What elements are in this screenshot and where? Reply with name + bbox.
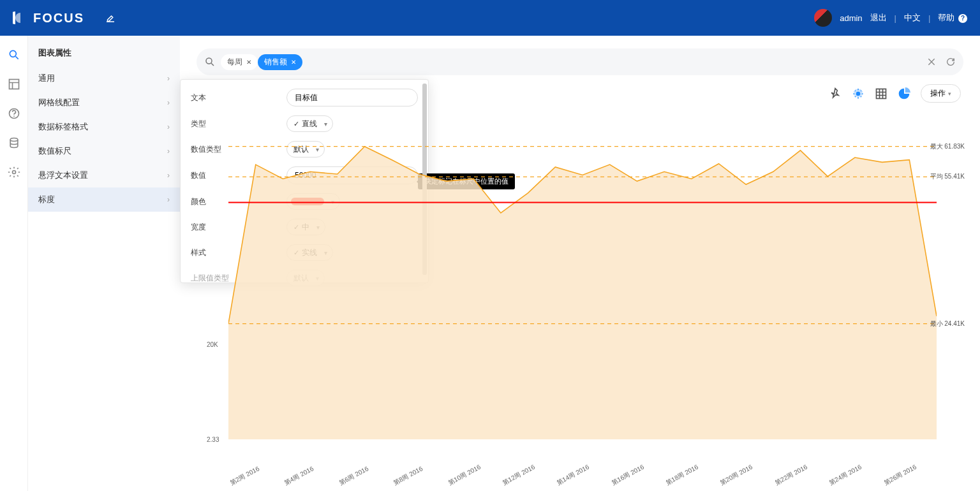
sidepanel-item-label: 数值标尺 xyxy=(38,145,71,157)
chevron-right-icon: › xyxy=(167,98,170,107)
markline-label: 平均 55.41K xyxy=(930,172,965,181)
x-tick: 第2周 2016 xyxy=(228,464,261,487)
sidepanel-item[interactable]: 通用› xyxy=(28,66,180,91)
table-icon[interactable] xyxy=(875,87,887,100)
chevron-down-icon: ▾ xyxy=(948,91,951,97)
field-label: 文本 xyxy=(191,92,280,103)
close-icon[interactable]: ✕ xyxy=(246,59,251,66)
chevron-right-icon: › xyxy=(167,74,170,83)
chevron-right-icon: › xyxy=(167,195,170,204)
database-icon[interactable] xyxy=(8,136,20,149)
chevron-right-icon: › xyxy=(167,122,170,131)
svg-point-4 xyxy=(10,138,18,142)
help-link[interactable]: 帮助 ? xyxy=(938,12,967,24)
chevron-right-icon: › xyxy=(167,171,170,180)
x-tick: 第24周 2016 xyxy=(828,463,863,488)
x-tick: 第22周 2016 xyxy=(773,463,809,488)
x-tick: 第10周 2016 xyxy=(447,463,482,488)
action-button[interactable]: 操作▾ xyxy=(921,84,961,103)
search-bar[interactable]: 每周✕销售额✕ xyxy=(197,48,963,75)
brand-text: FOCUS xyxy=(33,11,84,26)
sidepanel-item-label: 数据标签格式 xyxy=(38,121,88,133)
close-icon[interactable] xyxy=(926,57,937,67)
search-chip[interactable]: 每周✕ xyxy=(221,54,258,70)
y-tick: 20K xyxy=(207,341,218,348)
panel-title: 图表属性 xyxy=(28,36,180,66)
svg-rect-1 xyxy=(9,80,19,89)
chart: 20K2.33最大 61.83K平均 55.41K最小 24.41K第2周 20… xyxy=(197,108,963,491)
search-icon[interactable] xyxy=(8,48,20,61)
y-tick: 2.33 xyxy=(207,436,219,443)
sidepanel-item[interactable]: 网格线配置› xyxy=(28,91,180,115)
sidepanel-item[interactable]: 数值标尺› xyxy=(28,139,180,163)
search-icon xyxy=(204,56,216,68)
help-badge-icon: ? xyxy=(958,14,967,23)
chart-svg xyxy=(228,108,937,439)
pin-icon[interactable] xyxy=(829,87,842,100)
lang-link[interactable]: 中文 xyxy=(904,12,921,24)
x-tick: 第12周 2016 xyxy=(501,463,537,488)
edit-icon[interactable] xyxy=(105,12,116,24)
x-tick: 第20周 2016 xyxy=(718,463,754,488)
svg-point-5 xyxy=(12,171,15,174)
svg-point-0 xyxy=(10,50,16,57)
close-icon[interactable]: ✕ xyxy=(291,59,296,66)
x-tick: 第26周 2016 xyxy=(882,463,918,488)
help-icon[interactable] xyxy=(8,107,20,120)
sidepanel-item-label: 通用 xyxy=(38,73,55,84)
text-input[interactable] xyxy=(286,89,418,106)
username: admin xyxy=(840,13,862,23)
gear-icon[interactable] xyxy=(8,166,20,179)
markline-label: 最小 24.41K xyxy=(930,319,965,328)
x-tick: 第14周 2016 xyxy=(555,463,591,488)
logout-link[interactable]: 退出 xyxy=(870,12,887,24)
x-tick: 第4周 2016 xyxy=(283,464,315,487)
side-panel: 图表属性 通用›网格线配置›数据标签格式›数值标尺›悬浮文本设置›标度› xyxy=(28,36,180,491)
avatar[interactable] xyxy=(814,9,832,27)
sidepanel-item-label: 网格线配置 xyxy=(38,97,80,108)
separator: | xyxy=(928,13,930,23)
sidepanel-item-label: 悬浮文本设置 xyxy=(38,170,88,181)
svg-rect-9 xyxy=(877,89,886,98)
chevron-right-icon: › xyxy=(167,147,170,156)
markline-label: 最大 61.83K xyxy=(930,142,965,151)
svg-point-3 xyxy=(13,115,15,117)
chip-label: 销售额 xyxy=(264,57,287,68)
brand: FOCUS xyxy=(13,10,84,26)
separator: | xyxy=(895,13,896,23)
svg-point-6 xyxy=(206,58,212,64)
sidepanel-item[interactable]: 悬浮文本设置› xyxy=(28,163,180,187)
search-chip[interactable]: 销售额✕ xyxy=(258,54,302,70)
sidepanel-item[interactable]: 标度› xyxy=(28,187,180,212)
logo-icon xyxy=(13,10,28,26)
x-tick: 第16周 2016 xyxy=(610,463,646,488)
x-tick: 第8周 2016 xyxy=(392,464,424,487)
sidepanel-item-label: 标度 xyxy=(38,194,55,205)
pie-chart-icon[interactable] xyxy=(898,87,910,100)
x-tick: 第6周 2016 xyxy=(338,464,370,487)
refresh-icon[interactable] xyxy=(946,57,956,67)
dashboard-icon[interactable] xyxy=(8,78,20,91)
sidepanel-item[interactable]: 数据标签格式› xyxy=(28,115,180,139)
gear-icon[interactable] xyxy=(852,87,865,100)
x-tick: 第18周 2016 xyxy=(664,463,700,488)
chip-label: 每周 xyxy=(227,57,242,68)
rail-nav xyxy=(0,36,28,491)
